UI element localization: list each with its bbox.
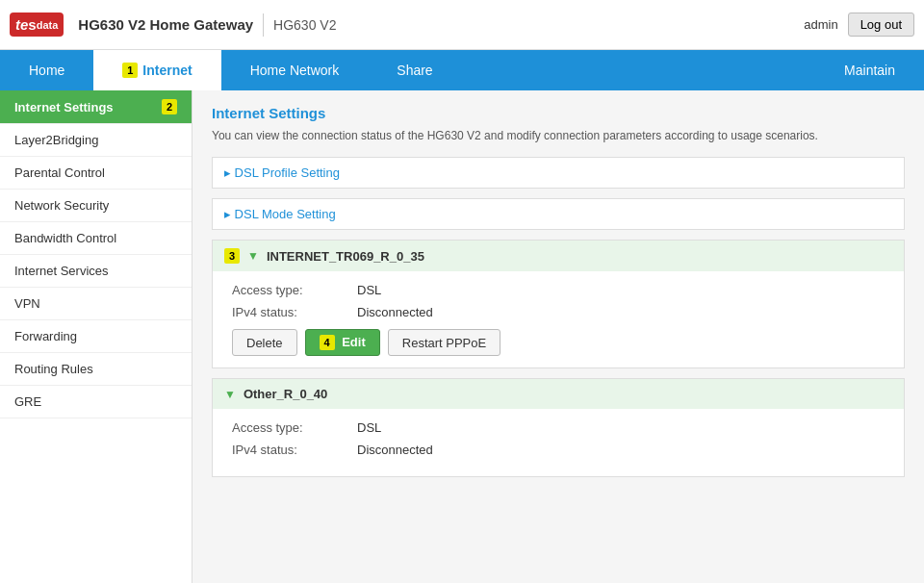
sidebar-internet-services-label: Internet Services (14, 264, 109, 278)
conn1-access-type-row: Access type: DSL (232, 283, 885, 297)
edit-button[interactable]: 4 Edit (305, 329, 380, 356)
nav-item-share[interactable]: Share (368, 50, 461, 90)
connection-1-header[interactable]: 3 ▼ INTERNET_TR069_R_0_35 (213, 241, 904, 271)
nav-share-label: Share (397, 63, 432, 78)
dsl-mode-label: ▸ DSL Mode Setting (224, 207, 336, 221)
sidebar-routing-rules-label: Routing Rules (14, 362, 93, 376)
main-content: Internet Settings You can view the conne… (192, 90, 924, 583)
sidebar-item-bandwidth-control[interactable]: Bandwidth Control (0, 222, 192, 255)
nav-internet-label: Internet (142, 63, 192, 78)
logo-s: s (28, 16, 36, 33)
sidebar-item-network-security[interactable]: Network Security (0, 190, 192, 222)
sidebar: Internet Settings 2 Layer2Bridging Paren… (0, 90, 192, 583)
conn1-ipv4-label: IPv4 status: (232, 305, 357, 319)
connection-2-header[interactable]: ▼ Other_R_0_40 (213, 379, 904, 409)
sidebar-internet-settings-label: Internet Settings (14, 100, 114, 114)
connection-2-card: ▼ Other_R_0_40 Access type: DSL IPv4 sta… (212, 378, 905, 477)
sidebar-item-internet-settings[interactable]: Internet Settings 2 (0, 90, 192, 124)
nav-item-home-network[interactable]: Home Network (221, 50, 369, 90)
conn1-button-row: Delete 4 Edit Restart PPPoE (232, 329, 885, 356)
sidebar-bandwidth-control-label: Bandwidth Control (14, 231, 116, 245)
connection-1-body: Access type: DSL IPv4 status: Disconnect… (213, 271, 904, 368)
sidebar-forwarding-label: Forwarding (14, 329, 77, 343)
nav: Home 1 Internet Home Network Share Maint… (0, 50, 924, 90)
page-title: Internet Settings (212, 105, 905, 121)
sidebar-item-parental-control[interactable]: Parental Control (0, 157, 192, 190)
nav-maintain-label: Maintain (844, 63, 895, 78)
header: tes data HG630 V2 Home Gateway HG630 V2 … (0, 0, 924, 50)
edit-badge: 4 (320, 335, 335, 350)
conn1-ipv4-value: Disconnected (357, 305, 433, 319)
header-title: HG630 V2 Home Gateway (78, 16, 253, 33)
conn2-access-type-row: Access type: DSL (232, 420, 885, 435)
nav-item-home[interactable]: Home (0, 50, 93, 90)
connection-2-body: Access type: DSL IPv4 status: Disconnect… (213, 409, 904, 476)
logo-te: te (15, 16, 28, 33)
edit-label: Edit (342, 335, 366, 349)
delete-button[interactable]: Delete (232, 329, 297, 356)
logout-button[interactable]: Log out (848, 13, 914, 37)
dsl-mode-section[interactable]: ▸ DSL Mode Setting (212, 198, 905, 230)
nav-item-internet[interactable]: 1 Internet (93, 50, 220, 90)
sidebar-item-internet-services[interactable]: Internet Services (0, 255, 192, 288)
nav-item-maintain[interactable]: Maintain (815, 50, 924, 90)
conn2-ipv4-value: Disconnected (357, 443, 433, 457)
dsl-profile-section[interactable]: ▸ DSL Profile Setting (212, 157, 905, 189)
sidebar-parental-control-label: Parental Control (14, 165, 105, 180)
sidebar-gre-label: GRE (14, 394, 41, 409)
page-description: You can view the connection status of th… (212, 129, 905, 142)
sidebar-vpn-label: VPN (14, 296, 40, 311)
admin-label: admin (804, 17, 837, 32)
nav-internet-badge: 1 (122, 63, 138, 78)
conn2-access-type-value: DSL (357, 420, 381, 435)
logo-box: tes data (10, 13, 64, 37)
connection-1-badge: 3 (224, 248, 240, 264)
connection-2-arrow: ▼ (224, 388, 236, 401)
sidebar-item-forwarding[interactable]: Forwarding (0, 320, 192, 353)
sidebar-layer2bridging-label: Layer2Bridging (14, 133, 98, 147)
conn2-access-type-label: Access type: (232, 420, 357, 435)
connection-1-title: INTERNET_TR069_R_0_35 (267, 249, 424, 264)
header-divider (263, 13, 264, 37)
connection-2-title: Other_R_0_40 (244, 387, 327, 401)
connection-1-arrow: ▼ (247, 249, 259, 263)
sidebar-item-routing-rules[interactable]: Routing Rules (0, 353, 192, 386)
conn1-ipv4-row: IPv4 status: Disconnected (232, 305, 885, 319)
logo: tes data (10, 13, 64, 37)
header-right: admin Log out (804, 13, 914, 37)
content: Internet Settings 2 Layer2Bridging Paren… (0, 90, 924, 583)
conn1-access-type-value: DSL (357, 283, 381, 297)
sidebar-item-layer2bridging[interactable]: Layer2Bridging (0, 124, 192, 157)
connection-1-card: 3 ▼ INTERNET_TR069_R_0_35 Access type: D… (212, 240, 905, 368)
conn2-ipv4-label: IPv4 status: (232, 443, 357, 457)
dsl-profile-label: ▸ DSL Profile Setting (224, 165, 340, 180)
nav-home-network-label: Home Network (250, 63, 340, 78)
sidebar-item-vpn[interactable]: VPN (0, 288, 192, 320)
header-subtitle: HG630 V2 (273, 17, 336, 33)
restart-pppoe-button[interactable]: Restart PPPoE (388, 329, 500, 356)
sidebar-item-gre[interactable]: GRE (0, 386, 192, 418)
sidebar-network-security-label: Network Security (14, 198, 109, 213)
logo-data: data (37, 19, 59, 31)
sidebar-internet-settings-badge: 2 (162, 99, 177, 114)
nav-home-label: Home (29, 63, 64, 78)
conn1-access-type-label: Access type: (232, 283, 357, 297)
nav-spacer (462, 50, 815, 90)
conn2-ipv4-row: IPv4 status: Disconnected (232, 443, 885, 457)
